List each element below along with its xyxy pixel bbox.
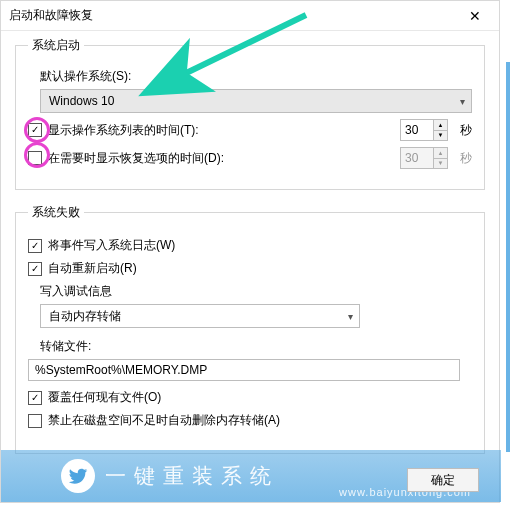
startup-group: 系统启动 默认操作系统(S): Windows 10 ▾ 显示操作系统列表的时间…	[15, 37, 485, 190]
close-button[interactable]: ✕	[457, 4, 493, 28]
show-os-list-seconds[interactable]: 30 ▲ ▼	[400, 119, 448, 141]
dialog-window: 启动和故障恢复 ✕ 系统启动 默认操作系统(S): Windows 10 ▾ 显…	[0, 0, 500, 503]
show-recovery-seconds: 30 ▲ ▼	[400, 147, 448, 169]
overwrite-label: 覆盖任何现有文件(O)	[48, 389, 161, 406]
spinner-up-icon[interactable]: ▲	[434, 120, 447, 130]
chevron-down-icon: ▾	[460, 96, 465, 107]
failure-group: 系统失败 将事件写入系统日志(W) 自动重新启动(R) 写入调试信息 自动内存转…	[15, 204, 485, 454]
default-os-select[interactable]: Windows 10 ▾	[40, 89, 472, 113]
log-event-checkbox[interactable]	[28, 239, 42, 253]
auto-restart-label: 自动重新启动(R)	[48, 260, 137, 277]
ok-button[interactable]: 确定	[407, 468, 479, 492]
ok-label: 确定	[431, 472, 455, 489]
show-recovery-checkbox[interactable]	[28, 151, 42, 165]
right-edge-decoration	[506, 62, 510, 452]
chevron-down-icon: ▾	[348, 311, 353, 322]
failure-legend: 系统失败	[28, 204, 84, 221]
overwrite-checkbox[interactable]	[28, 391, 42, 405]
watermark-logo	[61, 459, 95, 493]
dump-file-input[interactable]: %SystemRoot%\MEMORY.DMP	[28, 359, 460, 381]
show-recovery-value: 30	[401, 148, 433, 168]
content-area: 系统启动 默认操作系统(S): Windows 10 ▾ 显示操作系统列表的时间…	[1, 31, 499, 478]
debug-info-label: 写入调试信息	[40, 283, 472, 300]
window-title: 启动和故障恢复	[9, 7, 93, 24]
disable-low-disk-checkbox[interactable]	[28, 414, 42, 428]
default-os-value: Windows 10	[49, 94, 114, 108]
show-recovery-label: 在需要时显示恢复选项的时间(D):	[48, 150, 224, 167]
debug-info-value: 自动内存转储	[49, 308, 121, 325]
spinner-down-icon: ▼	[434, 158, 447, 169]
default-os-label: 默认操作系统(S):	[40, 68, 472, 85]
close-icon: ✕	[469, 8, 481, 24]
seconds-unit-1: 秒	[460, 122, 472, 139]
show-os-list-value: 30	[401, 120, 433, 140]
dump-file-label: 转储文件:	[40, 338, 472, 355]
disable-low-disk-label: 禁止在磁盘空间不足时自动删除内存转储(A)	[48, 412, 280, 429]
log-event-label: 将事件写入系统日志(W)	[48, 237, 175, 254]
startup-legend: 系统启动	[28, 37, 84, 54]
watermark-cn: 一键重装系统	[105, 462, 279, 490]
show-os-list-checkbox[interactable]	[28, 123, 42, 137]
bird-icon	[67, 465, 89, 487]
show-os-list-label: 显示操作系统列表的时间(T):	[48, 122, 199, 139]
auto-restart-checkbox[interactable]	[28, 262, 42, 276]
debug-info-select[interactable]: 自动内存转储 ▾	[40, 304, 360, 328]
dump-file-value: %SystemRoot%\MEMORY.DMP	[35, 363, 207, 377]
titlebar: 启动和故障恢复 ✕	[1, 1, 499, 31]
seconds-unit-2: 秒	[460, 150, 472, 167]
spinner-down-icon[interactable]: ▼	[434, 130, 447, 141]
spinner-up-icon: ▲	[434, 148, 447, 158]
